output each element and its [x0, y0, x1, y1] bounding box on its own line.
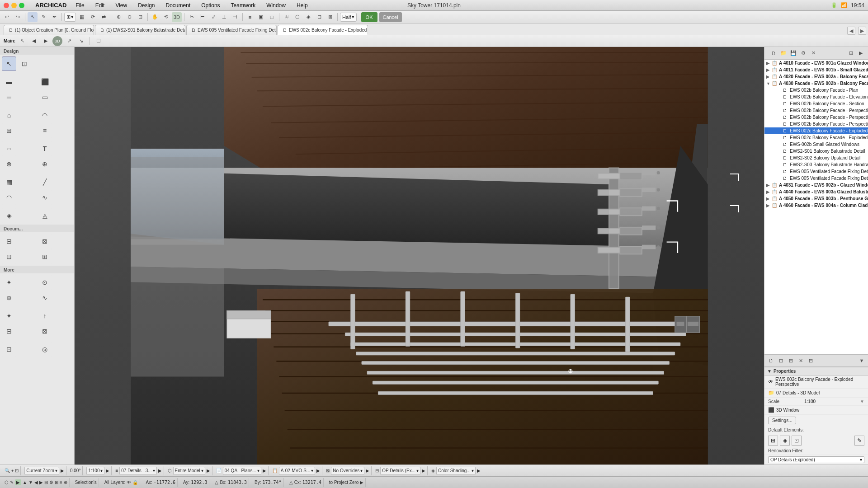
zoom-in-icon[interactable]: +: [11, 469, 14, 473]
renovation-dropdown[interactable]: OP Details (Exploded) ▾: [768, 456, 864, 463]
split-tool[interactable]: ⊥: [219, 12, 229, 22]
tree-item-ews002b-plan[interactable]: 🗋 EWS 002b Balcony Facade - Plan: [764, 87, 868, 94]
mirror-btn[interactable]: ⇌: [99, 12, 108, 22]
menu-window[interactable]: Window: [264, 2, 288, 9]
panel-folder[interactable]: 📁: [779, 49, 788, 58]
zoom-out[interactable]: ⊖: [124, 12, 134, 22]
tool-spline[interactable]: ∿: [38, 190, 52, 205]
sub-arrow[interactable]: ↖: [17, 36, 27, 46]
3d-viewport[interactable]: [75, 47, 764, 465]
tool-detail[interactable]: ⊕: [2, 291, 16, 305]
tree-item-ews2s03[interactable]: 🗋 EWS2-S03 Balcony Balustrade Handrail D…: [764, 161, 868, 168]
tab-scroll-right[interactable]: ▶: [858, 27, 866, 35]
lock-icon[interactable]: 🔒: [132, 480, 138, 485]
tree-item-a4050[interactable]: ▶ 📋 A 4050 Facade - EWS 003b - Penthouse…: [764, 195, 868, 202]
zoom-in[interactable]: ⊕: [113, 12, 123, 22]
elem-icon-1[interactable]: ⊞: [768, 436, 778, 446]
stretch-tool[interactable]: ⤢: [208, 12, 218, 22]
ib-icon12[interactable]: ⊕: [64, 480, 67, 485]
ib-icon2[interactable]: ✎: [10, 480, 14, 485]
tool-arrow[interactable]: ↖: [2, 56, 16, 71]
group-btn[interactable]: ▣: [256, 12, 266, 22]
tool-line[interactable]: ╱: [38, 175, 52, 189]
rendering-dropdown[interactable]: Color Shading... ▾: [436, 467, 476, 475]
tab-object-creation[interactable]: 🗋 (1) Object Creation Plan [0. Ground Fl…: [4, 25, 94, 35]
tree-item-a4040[interactable]: ▶ 📋 A 4040 Facade - EWS 003a Glazed Balu…: [764, 188, 868, 195]
redo-button[interactable]: ↪: [13, 12, 23, 22]
pencil-tool[interactable]: ✎: [38, 12, 48, 22]
extend-tool[interactable]: ⊢: [198, 12, 208, 22]
tab-ventilated[interactable]: 🗋 EWS 005 Ventilated Facade Fixing Detai…: [186, 25, 277, 35]
layer-btn[interactable]: ≋: [282, 12, 292, 22]
pub-next[interactable]: ▶: [316, 468, 320, 473]
tree-item-ews002b-small[interactable]: 🗋 EWS-002b Small Glazed Windows: [764, 141, 868, 148]
tree-item-ews005[interactable]: 🗋 EWS 005 Ventilated Facade Fixing Detai…: [764, 168, 868, 175]
tool-select2[interactable]: ⊡: [17, 56, 32, 71]
sub-arrow2[interactable]: ↗: [64, 36, 74, 46]
ib-icon4[interactable]: ▲: [23, 480, 27, 485]
next-icon[interactable]: ▶: [61, 468, 64, 473]
tool-shell[interactable]: ◠: [38, 108, 52, 122]
ib-icon9[interactable]: ⚙: [49, 480, 53, 485]
3d-tool[interactable]: 3D: [172, 12, 182, 22]
tree-item-ews002b-sect[interactable]: 🗋 EWS 002b Balcony Facade - Section: [764, 100, 868, 107]
overrides-next[interactable]: ▶: [366, 468, 369, 473]
tree-item-ews002b-persp3[interactable]: 🗋 EWS 002b Balcony Facade - Perspective: [764, 121, 868, 127]
tool-section[interactable]: ⊟: [2, 234, 16, 249]
zoom-fit-icon[interactable]: ⊡: [15, 468, 19, 473]
ib-icon5[interactable]: ▼: [28, 480, 33, 485]
ib-icon6[interactable]: ◀: [34, 480, 38, 485]
maximize-button[interactable]: [19, 3, 24, 8]
pub-set-dropdown[interactable]: A-02-MVO-S... ▾: [279, 467, 316, 475]
tool-roof[interactable]: ⌂: [2, 108, 16, 122]
tool-mesh[interactable]: ⊞: [2, 123, 16, 138]
detail-dropdown[interactable]: OP Details (Ex... ▾: [380, 467, 420, 475]
tool-column[interactable]: ⬛: [38, 75, 52, 89]
ib-icon8[interactable]: ⊟: [44, 480, 48, 485]
menu-design[interactable]: Design: [136, 2, 156, 9]
tool-change[interactable]: ∿: [38, 291, 52, 305]
tree-item-ews002b-persp1[interactable]: 🗋 EWS 002b Balcony Facade - Perspective: [764, 107, 868, 114]
tool-measure[interactable]: ⊠: [38, 324, 52, 338]
zoom-out-icon[interactable]: 🔍: [5, 468, 10, 473]
tree-item-a4060[interactable]: ▶ 📋 A 4060 Facade - EWS 004a - Column Cl…: [764, 202, 868, 209]
tree-item-ews2s02[interactable]: 🗋 EWS2-S02 Balcony Upstand Detail: [764, 155, 868, 161]
rotate-btn[interactable]: ⟳: [88, 12, 98, 22]
layout-next[interactable]: ▶: [263, 468, 266, 473]
tree-item-ews002b-persp2[interactable]: 🗋 EWS 002b Balcony Facade - Perspective: [764, 114, 868, 121]
tool-lamp[interactable]: ✦: [2, 275, 16, 290]
half-dropdown[interactable]: Half ▾: [340, 13, 357, 22]
tool-ref[interactable]: ◎: [38, 342, 52, 357]
tool-slab[interactable]: ▭: [38, 90, 52, 104]
ib-icon10[interactable]: ⊞: [55, 480, 58, 485]
render-btn[interactable]: ◈: [303, 12, 313, 22]
sub-box[interactable]: ☐: [94, 36, 104, 46]
scale-next[interactable]: ▶: [106, 468, 109, 473]
overrides-dropdown[interactable]: No Overrides ▾: [331, 467, 364, 475]
prop-icon1[interactable]: 🗋: [766, 356, 775, 365]
view-next[interactable]: ▶: [207, 468, 210, 473]
align-btn[interactable]: ≡: [245, 12, 255, 22]
tool-worksheet[interactable]: ⊞: [38, 249, 52, 264]
tree-item-a4020[interactable]: ▶ 📋 A 4020 Facade - EWS 002a - Balcony F…: [764, 73, 868, 80]
scale-dropdown[interactable]: 1:100 ▾: [86, 467, 104, 475]
tab-exploded[interactable]: 🗋 EWS 002c Balcony Facade - Exploded P..…: [278, 25, 368, 35]
orbit-tool[interactable]: ⟲: [161, 12, 171, 22]
panel-new[interactable]: 🗋: [769, 49, 778, 58]
ib-icon7[interactable]: ▶: [39, 480, 43, 485]
menu-options[interactable]: Options: [199, 2, 222, 9]
sub-arrow3[interactable]: ↘: [76, 36, 86, 46]
tree-item-ews002c-selected[interactable]: 🗋 EWS 002c Balcony Facade - Exploded Per…: [764, 127, 868, 134]
undo-button[interactable]: ↩: [2, 12, 12, 22]
ib-icon1[interactable]: ⬡: [5, 480, 9, 485]
properties-header[interactable]: ▼ Properties: [764, 367, 868, 375]
section-btn[interactable]: ⊟: [314, 12, 324, 22]
tool-arc[interactable]: ◠: [2, 190, 16, 205]
panel-save[interactable]: 💾: [789, 49, 798, 58]
tool-fill[interactable]: ▦: [2, 175, 16, 189]
detail-next[interactable]: ▶: [422, 468, 425, 473]
tool-camera[interactable]: ⊙: [38, 275, 52, 290]
fit-window[interactable]: ⊡: [135, 12, 145, 22]
tree-item-ews2s01[interactable]: 🗋 EWS2-S01 Balcony Balustrade Detail: [764, 148, 868, 155]
elem-icon-2[interactable]: ◈: [780, 436, 790, 446]
